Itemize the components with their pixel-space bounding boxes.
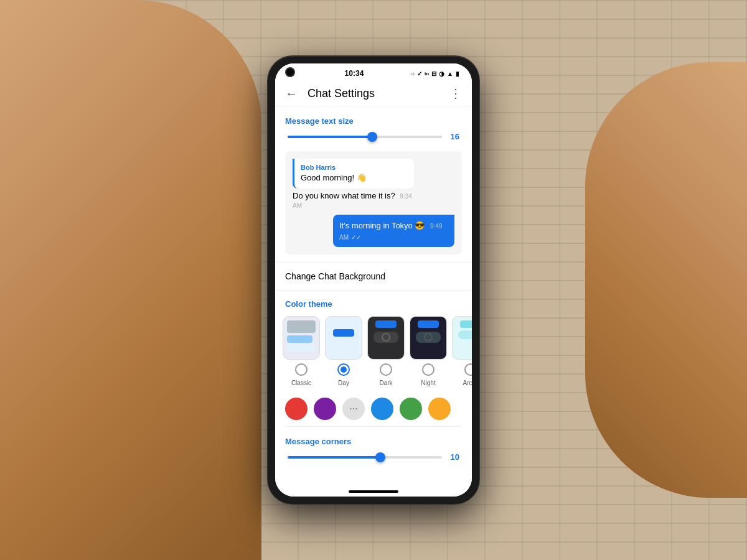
phone-shell: 10:34 ○ ✓ in ⊟ ◑ ▲ ▮ ← Chat Settings ⋮ (268, 56, 479, 504)
received-bubble: Bob Harris Good morning! 👋 (293, 159, 414, 189)
theme-radio-day[interactable] (337, 363, 350, 376)
theme-card-arctic[interactable] (452, 316, 472, 360)
status-icons: ○ ✓ in ⊟ ◑ ▲ ▮ (411, 70, 459, 77)
color-theme-label: Color theme (275, 299, 472, 309)
corners-slider-fill (288, 456, 380, 459)
hand-left (0, 0, 261, 560)
color-circles: ··· (275, 391, 472, 426)
text-size-value: 16 (447, 132, 459, 141)
sent-text: It's morning in Tokyo 😎 (339, 221, 425, 230)
text-size-slider-fill (288, 136, 372, 138)
theme-name-dark: Dark (379, 380, 392, 386)
color-circle-red[interactable] (285, 398, 308, 420)
message-sender: Bob Harris (301, 164, 408, 171)
color-circle-green[interactable] (400, 398, 422, 420)
phone-screen: 10:34 ○ ✓ in ⊟ ◑ ▲ ▮ ← Chat Settings ⋮ (275, 63, 472, 497)
status-bar: 10:34 ○ ✓ in ⊟ ◑ ▲ ▮ (275, 63, 472, 81)
page-title: Chat Settings (308, 87, 449, 100)
color-circle-yellow[interactable] (428, 398, 451, 420)
color-theme-section: Color theme Classic (275, 291, 472, 391)
text-size-slider-row: 16 (285, 132, 462, 141)
change-background-row[interactable]: Change Chat Background (275, 262, 472, 291)
theme-item-day[interactable]: Day (325, 316, 362, 386)
theme-item-arctic[interactable]: Arctic (452, 316, 472, 386)
status-time: 10:34 (345, 69, 364, 78)
theme-card-night[interactable] (410, 316, 447, 360)
theme-item-dark[interactable]: Dark (367, 316, 405, 386)
sent-bubble: It's morning in Tokyo 😎 9:49 AM ✓✓ (333, 215, 454, 247)
message-corners-label: Message corners (285, 437, 462, 446)
camera-hole (285, 67, 295, 77)
screen-content[interactable]: Message text size 16 Bob Harris (275, 106, 472, 487)
theme-card-day[interactable] (325, 316, 362, 360)
change-background-label: Change Chat Background (285, 271, 385, 281)
theme-card-dark[interactable] (367, 316, 405, 360)
back-button[interactable]: ← (285, 86, 298, 101)
theme-card-classic[interactable] (283, 316, 320, 360)
theme-name-night: Night (421, 380, 435, 386)
grid-icon: ⊟ (431, 70, 436, 77)
app-bar: ← Chat Settings ⋮ (275, 81, 472, 106)
theme-radio-arctic[interactable] (464, 363, 472, 376)
more-options-button[interactable]: ⋮ (449, 86, 462, 101)
text-size-slider-thumb[interactable] (367, 132, 377, 142)
corners-value: 10 (447, 452, 459, 462)
theme-radio-night[interactable] (422, 363, 435, 376)
theme-radio-dot-day (341, 366, 347, 373)
theme-item-classic[interactable]: Classic (283, 316, 320, 386)
wifi-icon: ▲ (447, 70, 453, 77)
battery-icon: ▮ (456, 70, 459, 77)
check-icon: ✓ (417, 70, 422, 77)
sent-message: It's morning in Tokyo 😎 9:49 AM ✓✓ (293, 215, 454, 247)
received-message: Bob Harris Good morning! 👋 Do you know w… (293, 159, 414, 210)
text-size-slider-track[interactable] (288, 136, 442, 138)
message-corners-section: Message corners 10 (275, 427, 472, 467)
phone-container: 10:34 ○ ✓ in ⊟ ◑ ▲ ▮ ← Chat Settings ⋮ (268, 56, 479, 504)
received-line1: Good morning! 👋 (301, 172, 408, 184)
theme-name-classic: Classic (291, 380, 311, 386)
theme-radio-dark[interactable] (380, 363, 392, 376)
brightness-icon: ◑ (439, 70, 444, 77)
theme-item-night[interactable]: Night (410, 316, 447, 386)
color-circle-purple[interactable] (314, 398, 336, 420)
theme-name-day: Day (338, 380, 349, 386)
message-text-size-label: Message text size (285, 116, 462, 126)
theme-radio-classic[interactable] (295, 363, 308, 376)
message-text-size-section: Message text size 16 (275, 106, 472, 146)
color-circle-more[interactable]: ··· (342, 398, 365, 420)
theme-name-arctic: Arctic (463, 380, 472, 386)
linkedin-icon: in (425, 71, 429, 77)
theme-scroll[interactable]: Classic Day (275, 316, 472, 386)
chat-preview: Bob Harris Good morning! 👋 Do you know w… (285, 151, 462, 254)
home-bar-line (349, 490, 398, 493)
corners-slider-thumb[interactable] (375, 452, 385, 462)
hand-right (585, 62, 747, 498)
corners-slider-track[interactable] (288, 456, 442, 459)
sent-check: ✓✓ (351, 234, 361, 241)
notification-icon: ○ (411, 70, 415, 77)
color-circle-blue[interactable] (371, 398, 393, 420)
received-line2: Do you know what time it is? 9:34 AM (293, 191, 414, 210)
home-bar (275, 487, 472, 497)
corners-slider-row: 10 (285, 452, 462, 462)
